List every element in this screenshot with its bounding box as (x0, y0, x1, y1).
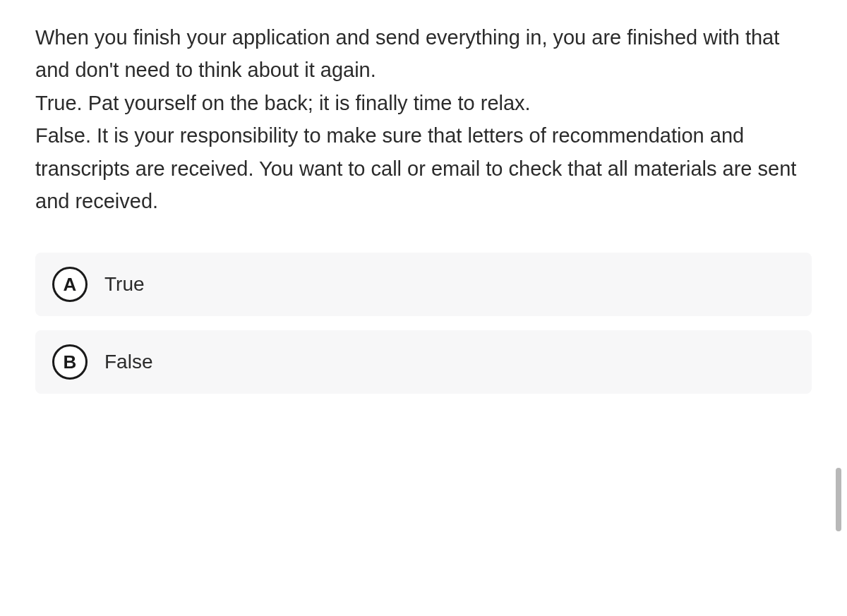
option-label-b: False (104, 351, 152, 373)
option-letter-a: A (52, 267, 88, 302)
options-container: A True B False (35, 253, 812, 394)
option-a[interactable]: A True (35, 253, 812, 316)
option-letter-b: B (52, 344, 88, 380)
option-b[interactable]: B False (35, 330, 812, 394)
question-text: When you finish your application and sen… (35, 21, 812, 217)
scrollbar-thumb[interactable] (836, 468, 841, 531)
option-label-a: True (104, 273, 145, 296)
